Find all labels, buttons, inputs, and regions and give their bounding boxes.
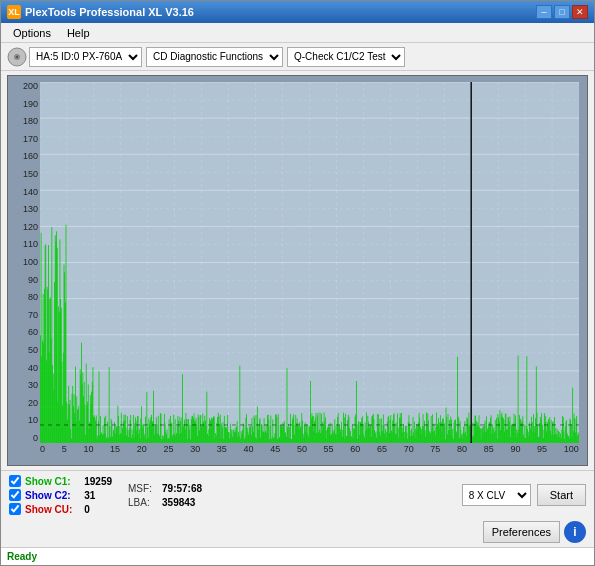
c1-value: 19259 (84, 476, 112, 487)
c2-check-row: Show C2: (9, 489, 72, 501)
msf-label: MSF: (128, 483, 158, 494)
c1-label: Show C1: (25, 476, 71, 487)
preferences-button[interactable]: Preferences (483, 521, 560, 543)
bottom-panel: Show C1: Show C2: Show CU: 19259 31 0 (1, 470, 594, 519)
cu-value: 0 (84, 504, 90, 515)
prefs-row: Preferences i (1, 519, 594, 547)
menu-bar: Options Help (1, 23, 594, 43)
status-bar: Ready (1, 547, 594, 565)
msf-row: MSF: 79:57:68 (128, 483, 202, 494)
svg-point-2 (16, 56, 18, 58)
test-dropdown[interactable]: Q-Check C1/C2 Test (287, 47, 405, 67)
cu-checkbox[interactable] (9, 503, 21, 515)
maximize-button[interactable]: □ (554, 5, 570, 19)
c2-value: 31 (84, 490, 95, 501)
start-button[interactable]: Start (537, 484, 586, 506)
menu-item-help[interactable]: Help (59, 25, 98, 41)
chart-canvas-area (40, 82, 579, 443)
drive-icon (7, 47, 27, 67)
title-bar-left: XL PlexTools Professional XL V3.16 (7, 5, 194, 19)
close-button[interactable]: ✕ (572, 5, 588, 19)
chart-area: 200 190 180 170 160 150 140 130 120 110 … (7, 75, 588, 466)
msf-value: 79:57:68 (162, 483, 202, 494)
x-axis: 0 5 10 15 20 25 30 35 40 45 50 55 60 65 … (40, 445, 579, 463)
lba-row: LBA: 359843 (128, 497, 202, 508)
msf-lba-group: MSF: 79:57:68 LBA: 359843 (128, 483, 202, 508)
right-controls: 8 X CLV 4 X CLV 16 X CLV MAX Start (462, 484, 586, 506)
checkboxes-group: Show C1: Show C2: Show CU: (9, 475, 72, 515)
prefs-controls: Preferences i (483, 521, 586, 543)
y-axis: 200 190 180 170 160 150 140 130 120 110 … (10, 82, 38, 443)
status-text: Ready (7, 551, 37, 562)
function-dropdown[interactable]: CD Diagnostic Functions (146, 47, 283, 67)
c1-stat: 19259 (84, 476, 112, 487)
stats-values: 19259 31 0 (84, 476, 112, 515)
menu-item-options[interactable]: Options (5, 25, 59, 41)
cu-stat: 0 (84, 504, 112, 515)
cu-label: Show CU: (25, 504, 72, 515)
c1-checkbox[interactable] (9, 475, 21, 487)
window-title: PlexTools Professional XL V3.16 (25, 6, 194, 18)
c2-label: Show C2: (25, 490, 71, 501)
info-button[interactable]: i (564, 521, 586, 543)
drive-dropdown[interactable]: HA:5 ID:0 PX-760A (29, 47, 142, 67)
drive-selector: HA:5 ID:0 PX-760A (7, 47, 142, 67)
c2-stat: 31 (84, 490, 112, 501)
speed-dropdown[interactable]: 8 X CLV 4 X CLV 16 X CLV MAX (462, 484, 531, 506)
title-bar: XL PlexTools Professional XL V3.16 – □ ✕ (1, 1, 594, 23)
toolbar: HA:5 ID:0 PX-760A CD Diagnostic Function… (1, 43, 594, 71)
chart-canvas (40, 82, 579, 443)
main-window: XL PlexTools Professional XL V3.16 – □ ✕… (0, 0, 595, 566)
minimize-button[interactable]: – (536, 5, 552, 19)
c1-check-row: Show C1: (9, 475, 72, 487)
lba-label: LBA: (128, 497, 158, 508)
app-icon: XL (7, 5, 21, 19)
title-controls: – □ ✕ (536, 5, 588, 19)
c2-checkbox[interactable] (9, 489, 21, 501)
lba-value: 359843 (162, 497, 195, 508)
cu-check-row: Show CU: (9, 503, 72, 515)
